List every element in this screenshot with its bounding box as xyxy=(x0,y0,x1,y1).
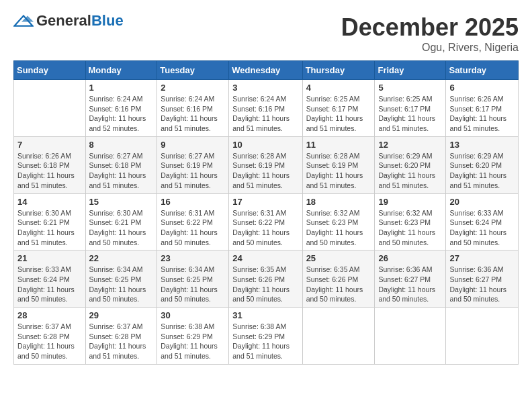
day-info: Sunrise: 6:26 AM Sunset: 6:17 PM Dayligh… xyxy=(449,94,515,134)
day-info: Sunrise: 6:27 AM Sunset: 6:19 PM Dayligh… xyxy=(161,151,225,191)
calendar-week-row: 28Sunrise: 6:37 AM Sunset: 6:28 PM Dayli… xyxy=(14,308,519,365)
day-info: Sunrise: 6:38 AM Sunset: 6:29 PM Dayligh… xyxy=(161,322,225,361)
day-number: 18 xyxy=(306,197,371,207)
day-number: 5 xyxy=(378,83,442,93)
calendar-cell xyxy=(14,80,86,137)
calendar-cell: 27Sunrise: 6:36 AM Sunset: 6:27 PM Dayli… xyxy=(446,250,519,308)
calendar-cell: 19Sunrise: 6:32 AM Sunset: 6:23 PM Dayli… xyxy=(375,193,446,250)
calendar-week-row: 7Sunrise: 6:26 AM Sunset: 6:18 PM Daylig… xyxy=(14,136,519,193)
day-info: Sunrise: 6:37 AM Sunset: 6:28 PM Dayligh… xyxy=(89,322,154,361)
title-section: December 2025 Ogu, Rivers, Nigeria xyxy=(341,13,519,54)
day-info: Sunrise: 6:27 AM Sunset: 6:18 PM Dayligh… xyxy=(89,151,154,191)
calendar-cell: 13Sunrise: 6:29 AM Sunset: 6:20 PM Dayli… xyxy=(446,136,519,193)
calendar-cell: 28Sunrise: 6:37 AM Sunset: 6:28 PM Dayli… xyxy=(14,308,86,365)
day-number: 4 xyxy=(306,83,371,93)
day-number: 28 xyxy=(17,310,82,320)
day-info: Sunrise: 6:34 AM Sunset: 6:25 PM Dayligh… xyxy=(89,265,154,304)
day-info: Sunrise: 6:35 AM Sunset: 6:26 PM Dayligh… xyxy=(306,265,371,304)
calendar-cell: 30Sunrise: 6:38 AM Sunset: 6:29 PM Dayli… xyxy=(157,308,229,365)
calendar-cell: 22Sunrise: 6:34 AM Sunset: 6:25 PM Dayli… xyxy=(85,250,157,308)
calendar-cell: 26Sunrise: 6:36 AM Sunset: 6:27 PM Dayli… xyxy=(375,250,446,308)
day-number: 22 xyxy=(89,253,154,263)
day-number: 17 xyxy=(232,197,298,207)
day-number: 7 xyxy=(17,140,82,150)
calendar-cell: 2Sunrise: 6:24 AM Sunset: 6:16 PM Daylig… xyxy=(157,80,229,137)
calendar-cell: 16Sunrise: 6:31 AM Sunset: 6:22 PM Dayli… xyxy=(157,193,229,250)
calendar-cell: 23Sunrise: 6:34 AM Sunset: 6:25 PM Dayli… xyxy=(157,250,229,308)
calendar-cell: 29Sunrise: 6:37 AM Sunset: 6:28 PM Dayli… xyxy=(85,308,157,365)
day-number: 20 xyxy=(449,197,515,207)
day-number: 30 xyxy=(161,310,225,320)
calendar-cell: 8Sunrise: 6:27 AM Sunset: 6:18 PM Daylig… xyxy=(85,136,157,193)
day-info: Sunrise: 6:28 AM Sunset: 6:19 PM Dayligh… xyxy=(306,151,371,191)
day-info: Sunrise: 6:25 AM Sunset: 6:17 PM Dayligh… xyxy=(306,94,371,134)
day-of-week-header: Thursday xyxy=(302,61,375,80)
calendar-cell xyxy=(446,308,519,365)
sub-title: Ogu, Rivers, Nigeria xyxy=(341,42,519,54)
calendar-week-row: 14Sunrise: 6:30 AM Sunset: 6:21 PM Dayli… xyxy=(14,193,519,250)
main-title: December 2025 xyxy=(341,13,519,42)
day-info: Sunrise: 6:28 AM Sunset: 6:19 PM Dayligh… xyxy=(232,151,298,191)
day-info: Sunrise: 6:32 AM Sunset: 6:23 PM Dayligh… xyxy=(378,208,442,248)
logo-text: GeneralBlue xyxy=(36,13,124,28)
day-number: 16 xyxy=(161,197,225,207)
day-number: 14 xyxy=(17,197,82,207)
calendar-cell xyxy=(302,308,375,365)
calendar-cell xyxy=(375,308,446,365)
day-number: 27 xyxy=(449,253,515,263)
day-number: 13 xyxy=(449,140,515,150)
calendar-cell: 18Sunrise: 6:32 AM Sunset: 6:23 PM Dayli… xyxy=(302,193,375,250)
calendar-week-row: 21Sunrise: 6:33 AM Sunset: 6:24 PM Dayli… xyxy=(14,250,519,308)
day-number: 31 xyxy=(232,310,298,320)
calendar-cell: 31Sunrise: 6:38 AM Sunset: 6:29 PM Dayli… xyxy=(229,308,302,365)
day-info: Sunrise: 6:34 AM Sunset: 6:25 PM Dayligh… xyxy=(161,265,225,304)
day-number: 2 xyxy=(161,83,225,93)
day-info: Sunrise: 6:35 AM Sunset: 6:26 PM Dayligh… xyxy=(232,265,298,304)
day-info: Sunrise: 6:24 AM Sunset: 6:16 PM Dayligh… xyxy=(89,94,154,134)
calendar-cell: 7Sunrise: 6:26 AM Sunset: 6:18 PM Daylig… xyxy=(14,136,86,193)
day-info: Sunrise: 6:29 AM Sunset: 6:20 PM Dayligh… xyxy=(449,151,515,191)
calendar-cell: 12Sunrise: 6:29 AM Sunset: 6:20 PM Dayli… xyxy=(375,136,446,193)
calendar-header-row: SundayMondayTuesdayWednesdayThursdayFrid… xyxy=(14,61,519,80)
day-number: 10 xyxy=(232,140,298,150)
calendar-cell: 1Sunrise: 6:24 AM Sunset: 6:16 PM Daylig… xyxy=(85,80,157,137)
day-number: 3 xyxy=(232,83,298,93)
calendar-cell: 25Sunrise: 6:35 AM Sunset: 6:26 PM Dayli… xyxy=(302,250,375,308)
day-number: 21 xyxy=(17,253,82,263)
calendar-cell: 3Sunrise: 6:24 AM Sunset: 6:16 PM Daylig… xyxy=(229,80,302,137)
day-number: 19 xyxy=(378,197,442,207)
logo-icon xyxy=(13,15,34,27)
day-info: Sunrise: 6:31 AM Sunset: 6:22 PM Dayligh… xyxy=(161,208,225,248)
calendar-cell: 9Sunrise: 6:27 AM Sunset: 6:19 PM Daylig… xyxy=(157,136,229,193)
day-of-week-header: Wednesday xyxy=(229,61,302,80)
calendar-cell: 20Sunrise: 6:33 AM Sunset: 6:24 PM Dayli… xyxy=(446,193,519,250)
day-number: 26 xyxy=(378,253,442,263)
day-info: Sunrise: 6:33 AM Sunset: 6:24 PM Dayligh… xyxy=(17,265,82,304)
calendar-cell: 4Sunrise: 6:25 AM Sunset: 6:17 PM Daylig… xyxy=(302,80,375,137)
day-info: Sunrise: 6:30 AM Sunset: 6:21 PM Dayligh… xyxy=(17,208,82,248)
day-number: 1 xyxy=(89,83,154,93)
calendar-cell: 21Sunrise: 6:33 AM Sunset: 6:24 PM Dayli… xyxy=(14,250,86,308)
day-number: 11 xyxy=(306,140,371,150)
calendar-cell: 6Sunrise: 6:26 AM Sunset: 6:17 PM Daylig… xyxy=(446,80,519,137)
calendar-cell: 11Sunrise: 6:28 AM Sunset: 6:19 PM Dayli… xyxy=(302,136,375,193)
day-number: 15 xyxy=(89,197,154,207)
calendar-week-row: 1Sunrise: 6:24 AM Sunset: 6:16 PM Daylig… xyxy=(14,80,519,137)
calendar-table: SundayMondayTuesdayWednesdayThursdayFrid… xyxy=(13,60,519,365)
day-info: Sunrise: 6:24 AM Sunset: 6:16 PM Dayligh… xyxy=(161,94,225,134)
day-info: Sunrise: 6:37 AM Sunset: 6:28 PM Dayligh… xyxy=(17,322,82,361)
day-info: Sunrise: 6:25 AM Sunset: 6:17 PM Dayligh… xyxy=(378,94,442,134)
day-info: Sunrise: 6:38 AM Sunset: 6:29 PM Dayligh… xyxy=(232,322,298,361)
calendar-cell: 14Sunrise: 6:30 AM Sunset: 6:21 PM Dayli… xyxy=(14,193,86,250)
day-of-week-header: Monday xyxy=(85,61,157,80)
day-info: Sunrise: 6:24 AM Sunset: 6:16 PM Dayligh… xyxy=(232,94,298,134)
day-number: 8 xyxy=(89,140,154,150)
day-info: Sunrise: 6:29 AM Sunset: 6:20 PM Dayligh… xyxy=(378,151,442,191)
day-info: Sunrise: 6:32 AM Sunset: 6:23 PM Dayligh… xyxy=(306,208,371,248)
day-info: Sunrise: 6:33 AM Sunset: 6:24 PM Dayligh… xyxy=(449,208,515,248)
logo: GeneralBlue xyxy=(13,13,124,28)
day-number: 24 xyxy=(232,253,298,263)
calendar-cell: 24Sunrise: 6:35 AM Sunset: 6:26 PM Dayli… xyxy=(229,250,302,308)
day-number: 9 xyxy=(161,140,225,150)
day-of-week-header: Friday xyxy=(375,61,446,80)
